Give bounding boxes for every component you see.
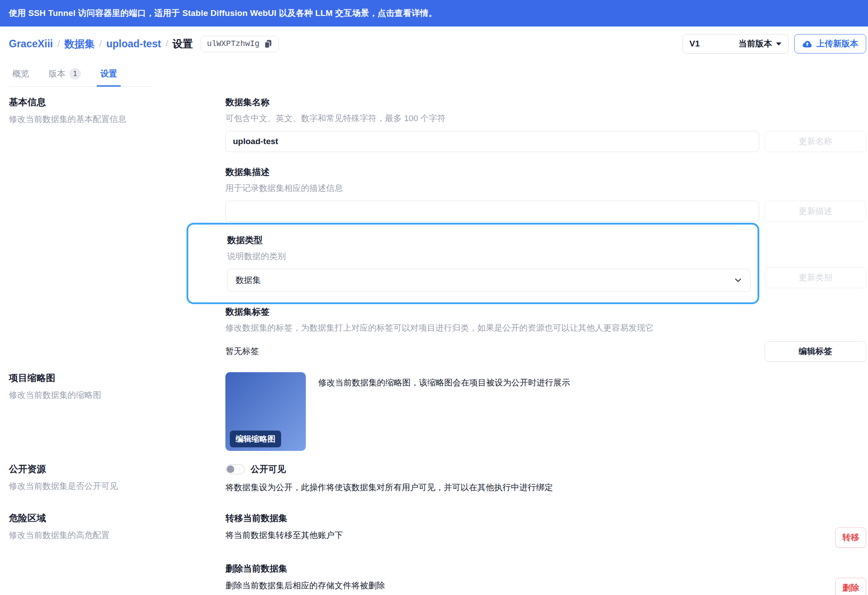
tab-bar: 概览 版本 1 设置 (9, 64, 152, 87)
tab-overview-label: 概览 (12, 68, 29, 80)
dataset-tags-hint: 修改数据集的标签，为数据集打上对应的标签可以对项目进行归类，如果是公开的资源也可… (225, 323, 866, 333)
dataset-description-field: 数据集描述 用于记录数据集相应的描述信息 更新描述 (225, 166, 866, 222)
public-title: 公开资源 (9, 463, 225, 475)
version-count-badge: 1 (69, 68, 81, 80)
version-selector-label: 当前版本 (739, 38, 772, 50)
cloud-upload-icon (802, 39, 812, 48)
edit-thumbnail-button[interactable]: 编辑缩略图 (230, 431, 281, 447)
dataset-tags-label: 数据集标签 (225, 306, 866, 317)
delete-title: 删除当前数据集 (225, 563, 835, 574)
breadcrumb-separator: / (165, 38, 168, 49)
danger-zone-section: 危险区域 修改当前数据集的高危配置 转移当前数据集 将当前数据集转移至其他账户下… (0, 512, 868, 595)
chevron-down-icon (734, 276, 742, 284)
breadcrumb-current-page: 设置 (172, 37, 193, 51)
tab-overview[interactable]: 概览 (9, 64, 33, 87)
promo-banner[interactable]: 使用 SSH Tunnel 访问容器里的端口，适用于 Stable Diffus… (0, 0, 868, 27)
thumbnail-section: 项目缩略图 修改当前数据集的缩略图 编辑缩略图 修改当前数据集的缩略图，该缩略图… (0, 372, 868, 451)
data-type-field: 数据类型 说明数据的类别 数据集 更新类别 (225, 223, 866, 304)
page-header: GraceXiii / 数据集 / upload-test / 设置 ulWXP… (0, 27, 868, 58)
chevron-down-icon (776, 42, 781, 46)
dataset-name-hint: 可包含中文、英文、数字和常见特殊字符，最多 100 个字符 (225, 113, 866, 124)
dataset-name-field: 数据集名称 可包含中文、英文、数字和常见特殊字符，最多 100 个字符 更新名称 (225, 96, 866, 152)
thumbnail-description: 修改当前数据集的缩略图 (9, 390, 225, 400)
tab-versions-label: 版本 (49, 68, 65, 80)
version-value: V1 (689, 39, 700, 49)
thumbnail-title: 项目缩略图 (9, 372, 225, 384)
toggle-knob (227, 465, 234, 473)
dataset-name-input[interactable] (225, 131, 759, 152)
basic-info-title: 基本信息 (9, 96, 225, 108)
data-type-hint: 说明数据的类别 (227, 251, 750, 262)
delete-description: 删除当前数据集后相应的存储文件将被删除 (225, 580, 835, 591)
transfer-button[interactable]: 转移 (835, 527, 866, 548)
dataset-description-input[interactable] (225, 201, 759, 222)
update-name-button[interactable]: 更新名称 (765, 131, 866, 152)
promo-banner-text: 使用 SSH Tunnel 访问容器里的端口，适用于 Stable Diffus… (9, 8, 437, 19)
data-type-selected-value: 数据集 (236, 275, 261, 286)
breadcrumb-separator: / (99, 38, 102, 49)
dataset-description-label: 数据集描述 (225, 166, 866, 178)
transfer-description: 将当前数据集转移至其他账户下 (225, 530, 835, 541)
public-visibility-toggle[interactable] (225, 464, 245, 474)
edit-tags-button[interactable]: 编辑标签 (765, 341, 866, 362)
danger-description: 修改当前数据集的高危配置 (9, 530, 225, 541)
basic-info-section: 基本信息 修改当前数据集的基本配置信息 数据集名称 可包含中文、英文、数字和常见… (0, 96, 868, 362)
transfer-dataset-block: 转移当前数据集 将当前数据集转移至其他账户下 转移 (225, 512, 866, 548)
dataset-name-label: 数据集名称 (225, 96, 866, 108)
thumbnail-hint: 修改当前数据集的缩略图，该缩略图会在项目被设为公开时进行展示 (318, 378, 570, 388)
data-type-highlight-box: 数据类型 说明数据的类别 数据集 (187, 223, 759, 304)
danger-title: 危险区域 (9, 512, 225, 524)
dataset-id-value: ulWXPTzhwIg (207, 39, 259, 48)
update-description-button[interactable]: 更新描述 (765, 201, 866, 222)
public-hint: 将数据集设为公开，此操作将使该数据集对所有用户可见，并可以在其他执行中进行绑定 (225, 482, 866, 493)
basic-info-description: 修改当前数据集的基本配置信息 (9, 114, 225, 125)
upload-button-label: 上传新版本 (816, 38, 858, 50)
delete-dataset-block: 删除当前数据集 删除当前数据集后相应的存储文件将被删除 删除 (225, 563, 866, 595)
settings-content: 基本信息 修改当前数据集的基本配置信息 数据集名称 可包含中文、英文、数字和常见… (0, 96, 868, 595)
tab-settings-label: 设置 (100, 68, 117, 80)
header-actions: V1 当前版本 上传新版本 (682, 34, 866, 53)
dataset-description-hint: 用于记录数据集相应的描述信息 (225, 183, 866, 194)
public-resource-section: 公开资源 修改当前数据集是否公开可见 公开可见 将数据集设为公开，此操作将使该数… (0, 463, 868, 493)
delete-button[interactable]: 删除 (835, 578, 866, 595)
copy-icon[interactable] (263, 39, 273, 49)
data-type-select[interactable]: 数据集 (227, 269, 750, 292)
breadcrumb: GraceXiii / 数据集 / upload-test / 设置 ulWXP… (9, 36, 279, 52)
upload-new-version-button[interactable]: 上传新版本 (794, 34, 866, 53)
breadcrumb-user-link[interactable]: GraceXiii (9, 38, 53, 50)
breadcrumb-separator: / (57, 38, 60, 49)
tags-empty-text: 暂无标签 (225, 346, 259, 357)
tab-versions[interactable]: 版本 1 (45, 64, 84, 87)
version-selector[interactable]: V1 当前版本 (682, 34, 788, 53)
breadcrumb-project-link[interactable]: upload-test (106, 38, 161, 50)
update-type-button[interactable]: 更新类别 (765, 267, 866, 288)
breadcrumb-datasets-link[interactable]: 数据集 (65, 37, 95, 51)
dataset-id-chip[interactable]: ulWXPTzhwIg (201, 36, 279, 52)
tab-settings[interactable]: 设置 (97, 64, 121, 87)
project-thumbnail[interactable]: 编辑缩略图 (225, 372, 306, 451)
data-type-label: 数据类型 (227, 234, 750, 246)
dataset-tags-field: 数据集标签 修改数据集的标签，为数据集打上对应的标签可以对项目进行归类，如果是公… (225, 306, 866, 362)
transfer-title: 转移当前数据集 (225, 512, 835, 524)
public-toggle-label: 公开可见 (251, 463, 286, 475)
public-description: 修改当前数据集是否公开可见 (9, 481, 225, 492)
